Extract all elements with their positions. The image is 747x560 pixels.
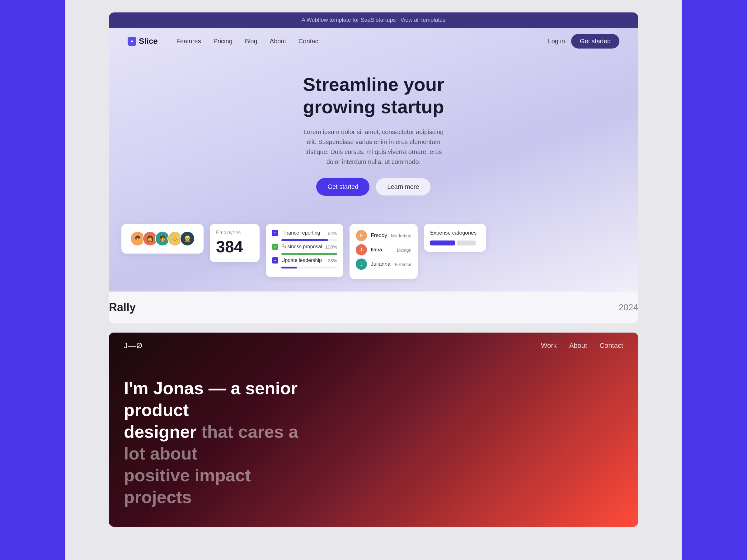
jonas-nav-about[interactable]: About	[569, 342, 587, 350]
topbar-text: A Webflow template for SaaS startups · V…	[302, 17, 446, 23]
avatars-card: 👨 👩 🧑 👴 👱	[121, 224, 204, 254]
slice-browser: A Webflow template for SaaS startups · V…	[109, 12, 638, 292]
progress-label-1: Finance reporting	[281, 230, 323, 236]
progress-pct-3: 28%	[326, 258, 337, 263]
jonas-nav-links: Work About Contact	[541, 342, 623, 350]
expense-bars	[430, 240, 480, 245]
slice-logo: ✦ Slice	[128, 36, 158, 46]
jonas-hero: I'm Jonas — a senior product designer th…	[109, 359, 638, 527]
jonas-nav-contact[interactable]: Contact	[599, 342, 623, 350]
jonas-nav-work[interactable]: Work	[541, 342, 557, 350]
progress-icon-2: ✓	[272, 244, 278, 250]
nav-blog[interactable]: Blog	[245, 38, 257, 45]
slice-nav: ✦ Slice Features Pricing Blog About Cont…	[109, 28, 638, 55]
rally-card-footer: Rally 2024	[109, 292, 638, 323]
progress-icon-1: ≡	[272, 230, 278, 236]
login-button[interactable]: Log in	[548, 38, 565, 45]
card-rally: A Webflow template for SaaS startups · V…	[109, 12, 638, 323]
employee-label: Employees	[216, 230, 253, 236]
people-avatar-2: I	[356, 244, 367, 256]
people-role-1: Marketing	[391, 233, 411, 238]
slice-nav-actions: Log in Get started	[548, 34, 619, 49]
hero-title: Streamline your growing startup	[121, 74, 626, 118]
jonas-hero-title: I'm Jonas — a senior product designer th…	[124, 377, 311, 508]
people-role-2: Design	[397, 247, 411, 252]
get-started-nav-button[interactable]: Get started	[571, 34, 619, 49]
slice-hero: Streamline your growing startup Lorem ip…	[109, 55, 638, 224]
side-panel-left	[0, 0, 66, 560]
jonas-logo: J—Ø	[124, 341, 143, 350]
progress-track-2	[281, 253, 337, 255]
progress-icon-3: ≡	[272, 257, 278, 264]
jonas-browser: J—Ø Work About Contact I'm Jonas — a sen…	[109, 332, 638, 527]
jonas-line1: I'm Jonas — a senior product	[124, 378, 298, 420]
employee-value: 384	[216, 237, 253, 256]
slice-nav-links: Features Pricing Blog About Contact	[177, 38, 548, 45]
jonas-line3: positive impact projects	[124, 465, 251, 507]
people-row-1: F Freddy Marketing	[356, 230, 411, 241]
hero-learn-more-button[interactable]: Learn more	[376, 178, 431, 196]
main-content: A Webflow template for SaaS startups · V…	[109, 0, 638, 527]
nav-about[interactable]: About	[270, 38, 286, 45]
progress-pct-1: 84%	[326, 231, 337, 236]
progress-track-1	[281, 239, 337, 241]
rally-year: 2024	[619, 302, 638, 312]
people-name-1: Freddy	[371, 232, 387, 239]
progress-pct-2: 100%	[325, 244, 337, 249]
progress-label-2: Business proposal	[281, 244, 322, 249]
people-role-3: Finance	[395, 262, 411, 267]
page-wrapper: A Webflow template for SaaS startups · V…	[0, 0, 747, 560]
people-name-2: Ilana	[371, 247, 393, 253]
avatar-5: 👱	[180, 231, 195, 246]
slice-logo-text: Slice	[139, 36, 158, 46]
expense-title: Expense categories	[430, 230, 480, 236]
nav-features[interactable]: Features	[177, 38, 201, 45]
people-avatar-1: F	[356, 230, 367, 241]
progress-fill-1	[281, 239, 328, 241]
progress-track-3	[281, 267, 337, 268]
hero-get-started-button[interactable]: Get started	[316, 178, 369, 196]
people-name-3: Julianna	[371, 261, 391, 267]
progress-row-2: ✓ Business proposal 100%	[272, 244, 337, 250]
rally-title: Rally	[109, 301, 136, 314]
expense-bar-purple	[430, 240, 455, 245]
slice-topbar: A Webflow template for SaaS startups · V…	[109, 12, 638, 28]
hero-buttons: Get started Learn more	[121, 178, 626, 196]
employee-card: Employees 384	[210, 224, 260, 262]
nav-contact[interactable]: Contact	[299, 38, 320, 45]
jonas-line2-bold: designer	[124, 422, 197, 442]
slice-dashboard: 👨 👩 🧑 👴 👱 Employees 384 ≡	[109, 224, 638, 292]
progress-fill-2	[281, 253, 337, 255]
people-row-2: I Ilana Design	[356, 244, 411, 256]
progress-row-3: ≡ Update leadership 28%	[272, 257, 337, 264]
people-row-3: J Julianna Finance	[356, 259, 411, 270]
progress-label-3: Update leadership	[281, 258, 323, 263]
progress-fill-3	[281, 267, 297, 268]
people-card: F Freddy Marketing I Ilana Design J Juli…	[350, 224, 418, 279]
progress-card: ≡ Finance reporting 84% ✓ Business propo…	[266, 224, 343, 277]
expense-card: Expense categories	[424, 224, 486, 252]
slice-logo-icon: ✦	[128, 37, 136, 46]
people-avatar-3: J	[356, 259, 367, 270]
expense-bar-light	[457, 240, 475, 245]
progress-row-1: ≡ Finance reporting 84%	[272, 230, 337, 236]
hero-description: Lorem ipsum dolor sit amet, consectetur …	[299, 127, 448, 167]
nav-pricing[interactable]: Pricing	[213, 38, 232, 45]
jonas-nav: J—Ø Work About Contact	[109, 332, 638, 359]
side-panel-right	[681, 0, 747, 560]
card-jonas: J—Ø Work About Contact I'm Jonas — a sen…	[109, 332, 638, 527]
